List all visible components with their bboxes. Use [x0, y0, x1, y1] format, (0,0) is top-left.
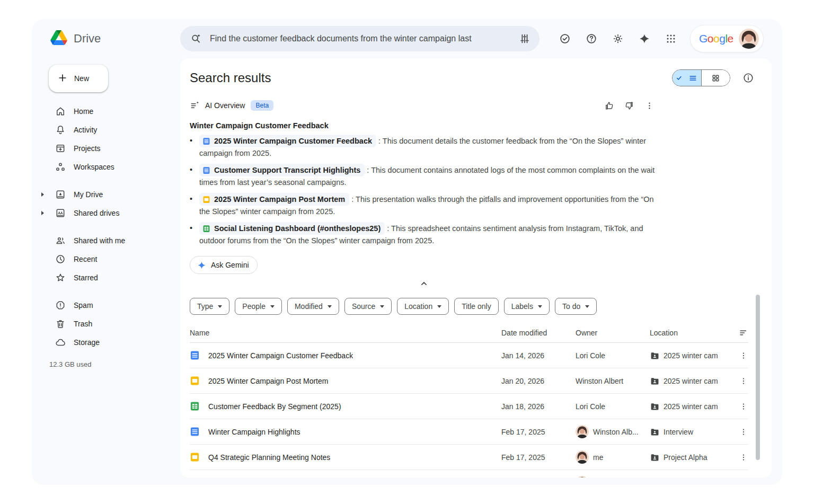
chevron-up-icon: [419, 278, 429, 289]
settings-gear-icon[interactable]: [607, 28, 629, 49]
drive-brand[interactable]: Drive: [50, 30, 180, 47]
doc-link-chip[interactable]: Customer Support Transcript Highlights: [199, 164, 365, 176]
sidebar-item-projects[interactable]: Projects: [48, 139, 174, 157]
sidebar-item-my-drive[interactable]: My Drive: [48, 185, 174, 204]
home-icon: [55, 106, 66, 117]
ai-search-icon[interactable]: [190, 32, 202, 45]
shared-drives-icon: [55, 208, 66, 218]
row-menu-icon[interactable]: [739, 376, 748, 386]
top-actions: [554, 28, 682, 49]
sidebar-item-recent[interactable]: Recent: [48, 250, 174, 268]
filter-modified[interactable]: Modified: [287, 298, 339, 315]
gemini-star-icon: [197, 261, 206, 270]
sidebar-item-storage[interactable]: Storage: [48, 333, 174, 351]
ai-overview-label: AI Overview: [205, 101, 245, 110]
chevron-down-icon: [585, 305, 589, 308]
account-pill[interactable]: Google: [690, 25, 764, 52]
sidebar-item-home[interactable]: Home: [48, 102, 174, 120]
apps-grid-icon[interactable]: [660, 28, 682, 49]
row-menu-icon[interactable]: [739, 427, 748, 437]
table-row[interactable]: 2025 Winter Campaign Post Mortem Jan 20,…: [190, 368, 748, 394]
owner-avatar: [576, 425, 589, 438]
google-sheets-icon: [190, 401, 200, 411]
offline-status-icon[interactable]: [554, 28, 576, 49]
files-table: Name Date modified Owner Location 2025 W…: [190, 323, 748, 478]
ai-overview-icon: [190, 100, 200, 111]
google-doc-icon: [190, 427, 200, 437]
list-view-button[interactable]: [673, 70, 701, 86]
google-doc-icon: [202, 137, 210, 145]
ai-overview-more-icon[interactable]: [640, 96, 658, 114]
chevron-down-icon: [380, 305, 384, 308]
sidebar: New Home Activity Projects Workspaces My…: [32, 58, 180, 485]
page-title: Search results: [190, 70, 271, 85]
row-menu-icon[interactable]: [739, 453, 748, 462]
table-scrollbar[interactable]: [756, 295, 760, 460]
sort-icon[interactable]: [739, 328, 748, 338]
filter-labels[interactable]: Labels: [504, 298, 550, 315]
column-date-modified[interactable]: Date modified: [501, 329, 576, 337]
layout-toggle[interactable]: [672, 69, 730, 86]
help-icon[interactable]: [581, 28, 602, 49]
search-results-panel: Search results AI Overview Beta: [180, 58, 772, 478]
doc-link-chip[interactable]: 2025 Winter Campaign Post Mortem: [199, 193, 349, 206]
filter-to-do[interactable]: To do: [555, 298, 597, 315]
sidebar-item-shared-drives[interactable]: Shared drives: [48, 204, 174, 222]
doc-link-chip[interactable]: Social Listening Dashboard (#ontheslopes…: [199, 222, 385, 235]
filter-type[interactable]: Type: [190, 298, 229, 315]
column-name[interactable]: Name: [190, 329, 501, 337]
table-row[interactable]: Winter Campaign Highlights Feb 17, 2025 …: [190, 419, 748, 445]
new-button[interactable]: New: [49, 65, 108, 92]
table-row[interactable]: Customer Feedback By Segment (2025) Jan …: [190, 394, 748, 419]
spam-icon: [55, 300, 66, 311]
column-location[interactable]: Location: [650, 329, 729, 337]
table-row[interactable]: Q4 Strategic Planning Meeting Notes Feb …: [190, 445, 748, 470]
chevron-down-icon: [328, 305, 332, 308]
chevron-down-icon: [270, 305, 275, 308]
ai-bullet: • Social Listening Dashboard (#ontheslop…: [190, 222, 658, 246]
row-menu-icon[interactable]: [739, 402, 748, 411]
search-bar[interactable]: [180, 26, 539, 51]
top-bar: Drive Google: [32, 19, 782, 58]
google-sheets-icon: [202, 225, 210, 233]
drive-logo-icon: [50, 30, 67, 47]
filter-people[interactable]: People: [235, 298, 282, 315]
google-drive-window: Drive Google: [0, 0, 814, 504]
filters-tune-icon[interactable]: [518, 32, 531, 45]
google-doc-icon: [190, 350, 200, 360]
chevron-down-icon: [437, 305, 441, 308]
sidebar-item-shared-with-me[interactable]: Shared with me: [48, 231, 174, 250]
table-row[interactable]: Customer_Engagement_Success_Story_Agency…: [190, 470, 748, 478]
trash-icon: [55, 319, 66, 329]
column-owner[interactable]: Owner: [576, 329, 650, 337]
expand-arrow-icon[interactable]: [41, 211, 44, 215]
plus-icon: [57, 73, 68, 85]
gemini-star-icon[interactable]: [634, 28, 655, 49]
table-header: Name Date modified Owner Location: [190, 323, 748, 343]
row-menu-icon[interactable]: [739, 351, 748, 360]
ask-gemini-button[interactable]: Ask Gemini: [190, 256, 258, 274]
sidebar-item-activity[interactable]: Activity: [48, 120, 174, 139]
sidebar-item-trash[interactable]: Trash: [48, 314, 174, 333]
shared-folder-icon: [650, 402, 659, 411]
filter-source[interactable]: Source: [344, 298, 392, 315]
expand-arrow-icon[interactable]: [41, 192, 44, 197]
thumbs-down-icon[interactable]: [620, 96, 638, 114]
filter-chips: Type People Modified Source Location Tit…: [190, 298, 759, 315]
user-avatar[interactable]: [739, 29, 759, 49]
sidebar-item-workspaces[interactable]: Workspaces: [48, 157, 174, 176]
details-info-icon[interactable]: [738, 67, 759, 89]
chevron-down-icon: [218, 305, 222, 308]
doc-link-chip[interactable]: 2025 Winter Campaign Customer Feedback: [199, 135, 376, 147]
table-row[interactable]: 2025 Winter Campaign Customer Feedback J…: [190, 343, 748, 368]
sidebar-item-spam[interactable]: Spam: [48, 296, 174, 314]
search-input[interactable]: [210, 34, 511, 43]
sidebar-item-starred[interactable]: Starred: [48, 268, 174, 287]
grid-view-button[interactable]: [701, 70, 730, 86]
filter-location[interactable]: Location: [397, 298, 449, 315]
filter-title-only[interactable]: Title only: [454, 298, 499, 315]
collapse-ai-overview[interactable]: [190, 278, 658, 291]
google-doc-icon: [202, 166, 210, 174]
ai-overview-heading: Winter Campaign Customer Feedback: [190, 121, 658, 130]
thumbs-up-icon[interactable]: [600, 96, 618, 114]
